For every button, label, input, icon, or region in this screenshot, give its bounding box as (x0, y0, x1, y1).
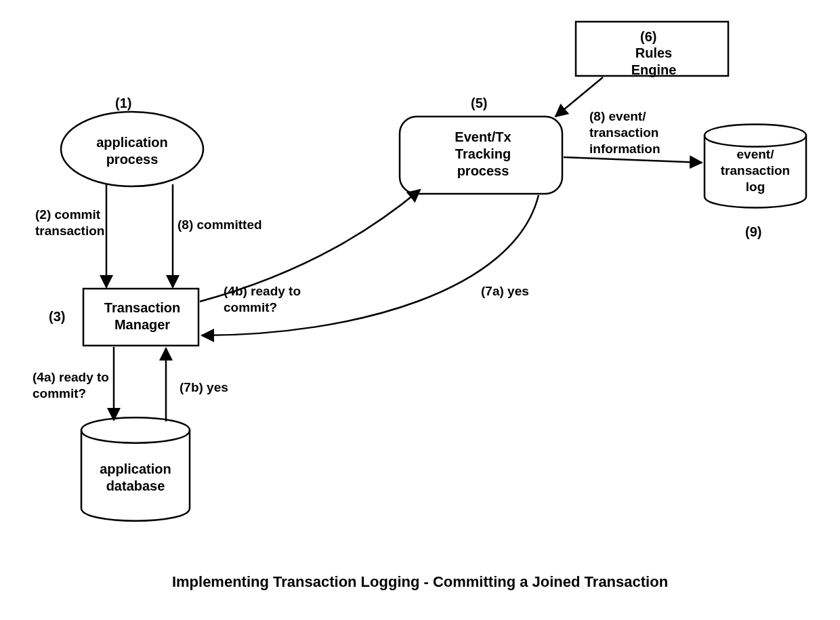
edge-label-ready-to-commit-b: (4b) ready to commit? (224, 283, 325, 316)
edge-label-yes-b: (7b) yes (180, 379, 228, 396)
node-text-tx-manager: Transaction Manager (95, 299, 190, 333)
node-text-event-log: event/ transaction log (715, 146, 796, 194)
edge-label-event-tx-info: (8) event/ transaction information (589, 108, 698, 157)
edge-label-committed: (8) committed (177, 217, 262, 233)
node-text-event-tx: Event/Tx Tracking process (425, 129, 541, 180)
diagram-canvas: (1) (3) (5) (6) (9) application process … (0, 0, 840, 620)
node-text-rules: Rules Engine (623, 45, 684, 79)
diagram-title: Implementing Transaction Logging - Commi… (0, 573, 840, 592)
node-text-app-db: application database (95, 461, 176, 495)
edge-label-yes-a: (7a) yes (481, 283, 529, 299)
node-num-app-process: (1) (115, 95, 131, 112)
node-num-tx-manager: (3) (49, 308, 65, 325)
node-text-app-process: application process (95, 134, 169, 168)
edge-label-commit-transaction: (2) commit transaction (35, 207, 117, 239)
node-num-event-tx: (5) (471, 95, 487, 112)
node-num-rules: (6) (640, 28, 656, 45)
edge-label-ready-to-commit-a: (4a) ready to commit? (33, 369, 121, 402)
svg-line-9 (564, 157, 702, 163)
node-num-event-log: (9) (745, 224, 761, 241)
